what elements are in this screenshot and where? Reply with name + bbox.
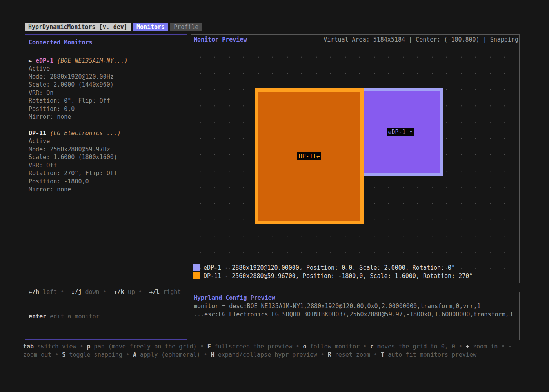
key-enter: enter <box>29 313 46 320</box>
key-tab: tab <box>23 343 34 350</box>
preview-header: Monitor Preview Virtual Area: 5184x5184 … <box>191 35 519 44</box>
preview-status-info: Virtual Area: 5184x5184 | Center: (-180,… <box>324 36 518 43</box>
monitor-vrr: VRR: Off <box>29 162 183 170</box>
legend-row-edp1: eDP-1 - 2880x1920@120.00000, Position: 0… <box>193 263 473 272</box>
key-p: p <box>87 343 91 350</box>
key-plus: + <box>466 343 469 350</box>
key-up: ↑/k <box>110 289 124 296</box>
legend-text-dp11: DP-11 - 2560x2880@59.96700, Position: -1… <box>204 272 473 279</box>
hint-apply: apply (ephemeral) <box>136 351 200 358</box>
separator-dot: • <box>360 343 370 350</box>
preview-title: Monitor Preview <box>194 36 247 43</box>
sidebar-hints-line1: ←/h left • ↓/j down • ↑/k up • →/l right <box>29 288 183 296</box>
monitor-position: Position: -1800,0 <box>29 178 183 186</box>
separator-dot: • <box>100 289 110 296</box>
separator-dot: • <box>292 343 303 350</box>
tab-profile[interactable]: Profile <box>170 23 202 31</box>
monitor-name: eDP-1 <box>36 57 53 64</box>
monitor-preview-panel: Monitor Preview Virtual Area: 5184x5184 … <box>191 34 520 283</box>
legend-row-dp11: DP-11 - 2560x2880@59.96700, Position: -1… <box>193 272 473 280</box>
separator-dot: • <box>57 289 67 296</box>
separator-dot: • <box>200 351 211 358</box>
hyprland-config-panel: Hyprland Config Preview monitor = desc:B… <box>191 292 520 340</box>
hint-left: left <box>39 289 57 296</box>
config-line-1: monitor = desc:BOE NE135A1M-NY1,2880x192… <box>194 302 517 310</box>
monitor-name-row: DP-11 (LG Electronics ...) <box>29 129 183 138</box>
preview-monitor-dp11-label: DP-11← <box>297 152 321 160</box>
config-title: Hyprland Config Preview <box>194 294 517 302</box>
app-window: HyprDynamicMonitors [v. dev] Monitors Pr… <box>0 0 549 392</box>
hint-follow-monitor: follow monitor <box>307 343 360 350</box>
hint-fullscreen: fullscreen the preview <box>211 343 293 350</box>
legend-text-edp1: eDP-1 - 2880x1920@120.00000, Position: 0… <box>204 264 455 271</box>
footer-hints-line2: zoom out • S toggle snapping • A apply (… <box>23 351 530 359</box>
hint-up: up <box>124 289 135 296</box>
monitor-name: DP-11 <box>29 130 46 137</box>
hint-expand-collapse: expand/collapse hypr preview <box>215 351 317 358</box>
global-keyboard-hints: tab switch view • p pan (move freely on … <box>23 343 530 359</box>
connected-monitors-title: Connected Monitors <box>29 38 183 47</box>
separator-dot: • <box>197 343 207 350</box>
monitor-position: Position: 0,0 <box>29 105 183 113</box>
hint-zoom-out: zoom out <box>23 351 51 358</box>
separator-dot: • <box>135 289 145 296</box>
app-title: HyprDynamicMonitors [v. dev] <box>25 23 131 31</box>
hint-pan: pan (move freely on the grid) <box>91 343 197 350</box>
hint-switch-view: switch view <box>34 343 76 350</box>
key-right: →/l <box>145 289 160 296</box>
hint-auto-fit: auto fit monitors preview <box>384 351 476 358</box>
separator-dot: • <box>122 351 133 358</box>
key-c: c <box>370 343 374 350</box>
hint-right: right <box>160 289 181 296</box>
legend-swatch-edp1 <box>193 264 200 271</box>
selection-arrow-icon: ► <box>29 57 36 64</box>
separator-dot: • <box>317 351 328 358</box>
footer-hints-line1: tab switch view • p pan (move freely on … <box>23 343 530 351</box>
hint-center-grid: moves the grid to 0, 0 <box>374 343 455 350</box>
hint-reset-zoom: reset zoom <box>331 351 370 358</box>
monitor-status: Active <box>29 65 183 73</box>
monitor-mirror: Mirror: none <box>29 113 183 121</box>
legend-swatch-dp11 <box>193 272 200 279</box>
key-minus: - <box>508 343 512 350</box>
key-a: A <box>133 351 136 358</box>
preview-legend: eDP-1 - 2880x1920@120.00000, Position: 0… <box>193 263 473 280</box>
preview-monitor-edp1[interactable]: eDP-1 ↑ <box>358 88 443 176</box>
tab-monitors[interactable]: Monitors <box>133 23 168 31</box>
hint-toggle-snapping: toggle snapping <box>65 351 122 358</box>
monitor-mirror: Mirror: none <box>29 185 183 194</box>
monitor-description: (LG Electronics ...) <box>46 130 121 137</box>
monitor-list-item-edp1[interactable]: ► eDP-1 (BOE NE135A1M-NY...) Active Mode… <box>29 57 183 121</box>
monitor-mode: Mode: 2880x1920@120.00Hz <box>29 73 183 81</box>
connected-monitors-panel: Connected Monitors ► eDP-1 (BOE NE135A1M… <box>25 34 187 340</box>
hint-down: down <box>82 289 99 296</box>
sidebar-keyboard-hints: ←/h left • ↓/j down • ↑/k up • →/l right… <box>29 272 183 336</box>
monitor-description: (BOE NE135A1M-NY...) <box>53 57 128 64</box>
key-r: R <box>328 351 331 358</box>
hint-zoom-in: zoom in <box>469 343 498 350</box>
monitor-mode: Mode: 2560x2880@59.97Hz <box>29 145 183 154</box>
tab-bar: HyprDynamicMonitors [v. dev] Monitors Pr… <box>25 23 202 31</box>
monitor-scale: Scale: 2.0000 (1440x960) <box>29 81 183 89</box>
monitor-list-item-dp11[interactable]: DP-11 (LG Electronics ...) Active Mode: … <box>29 129 183 194</box>
preview-monitor-dp11[interactable]: DP-11← <box>255 88 364 224</box>
separator-dot: • <box>455 343 466 350</box>
monitor-status: Active <box>29 137 183 145</box>
preview-monitor-edp1-label: eDP-1 ↑ <box>387 128 414 136</box>
key-h: H <box>211 351 215 358</box>
config-line-2: ...esc:LG Electronics LG SDQHD 301NTBKDU… <box>194 310 517 319</box>
sidebar-hints-line2: enter edit a monitor <box>29 312 183 321</box>
monitor-name-row: ► eDP-1 (BOE NE135A1M-NY...) <box>29 57 183 65</box>
monitor-rotation: Rotation: 270°, Flip: Off <box>29 169 183 178</box>
separator-dot: • <box>498 343 508 350</box>
separator-dot: • <box>76 343 87 350</box>
key-f: F <box>207 343 211 350</box>
monitor-vrr: VRR: On <box>29 89 183 97</box>
key-left: ←/h <box>29 289 39 296</box>
key-t: T <box>381 351 384 358</box>
separator-dot: • <box>51 351 62 358</box>
monitor-rotation: Rotation: 0°, Flip: Off <box>29 97 183 105</box>
monitor-scale: Scale: 1.6000 (1800x1600) <box>29 153 183 162</box>
key-o: o <box>303 343 306 350</box>
key-down: ↓/j <box>67 289 82 296</box>
